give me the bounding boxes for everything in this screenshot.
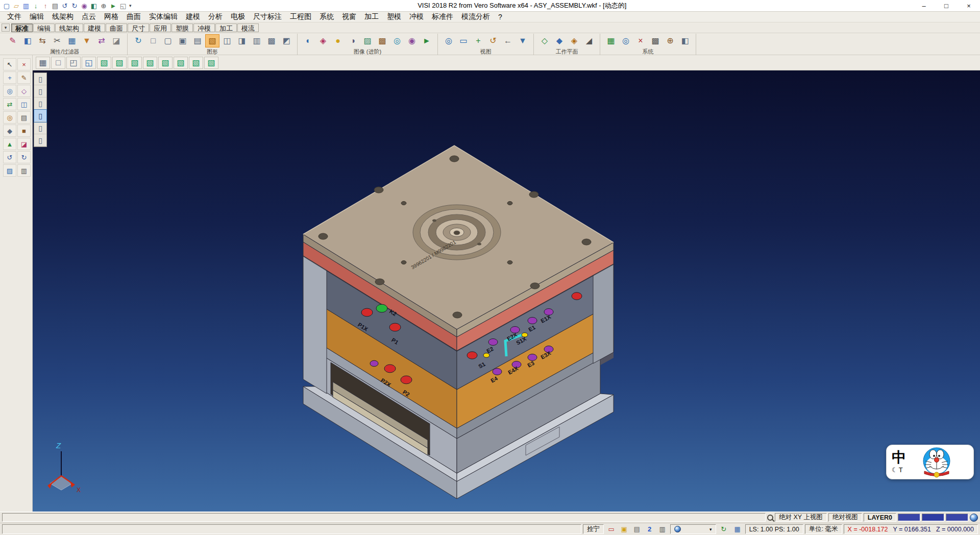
single-view-icon[interactable]: □ (51, 57, 65, 69)
globe-icon[interactable]: ◎ (619, 34, 633, 47)
section-view-icon[interactable]: ◨ (235, 34, 249, 47)
refresh-button[interactable]: ↻ (718, 524, 730, 534)
refresh-view-icon[interactable]: ↻ (131, 34, 145, 47)
edit-mode-icon[interactable]: 2 (644, 524, 656, 534)
bottom-view-icon[interactable]: ▧ (204, 57, 218, 69)
menu-item[interactable]: 标准件 (428, 12, 457, 22)
matrix-icon[interactable]: ▩ (648, 34, 663, 47)
guide-pillar-right[interactable] (593, 264, 614, 363)
pin-marker[interactable] (572, 293, 582, 300)
snap-toggle[interactable]: 拴宁 (583, 524, 604, 534)
offset-icon[interactable]: ◎ (3, 111, 16, 124)
menu-item[interactable]: 塑模 (383, 12, 405, 22)
previous-view-icon[interactable]: ← (501, 34, 515, 47)
named-views-icon[interactable]: ▼ (516, 34, 530, 47)
print-icon[interactable]: ▤ (51, 1, 60, 10)
menu-item[interactable]: 分析 (204, 12, 227, 22)
guide-pillar-left[interactable] (303, 256, 327, 394)
iso-view-icon[interactable]: ▧ (97, 57, 111, 69)
selection-mode-icon[interactable]: ▯ (34, 73, 46, 85)
advanced-render-icon[interactable]: ◐ (301, 34, 315, 47)
minimize-button[interactable]: – (913, 0, 935, 11)
scale-indicator[interactable]: LS: 1.00 PS: 1.00 (745, 524, 803, 534)
box-icon[interactable]: ■ (17, 125, 31, 137)
options-icon[interactable]: ⊕ (663, 34, 677, 47)
menu-item[interactable]: 文件 (3, 12, 26, 22)
zoom-all-icon[interactable]: ◎ (442, 34, 456, 47)
annotate-icon[interactable]: ◇ (17, 85, 31, 97)
workplane-entity-icon[interactable]: ◆ (552, 34, 567, 47)
measure-icon[interactable]: ◎ (3, 85, 16, 97)
cut-entities-icon[interactable]: ✂ (50, 34, 64, 47)
snapshot-icon[interactable]: ◉ (80, 1, 89, 10)
menu-item[interactable]: 编辑 (26, 12, 48, 22)
tab[interactable]: 曲面 (106, 23, 127, 32)
search-icon[interactable] (767, 515, 773, 521)
menu-item[interactable]: 模流分析 (457, 12, 494, 22)
tab[interactable]: 编辑 (33, 23, 55, 32)
menu-item[interactable]: 工程图 (286, 12, 315, 22)
pin-marker[interactable] (370, 360, 378, 367)
locating-ring[interactable] (413, 205, 501, 260)
combo-dropdown-icon[interactable]: ▾ (709, 527, 712, 532)
environment-icon[interactable]: ◎ (390, 34, 404, 47)
body-select-icon[interactable]: ▯ (34, 85, 46, 98)
color-swatch[interactable] (946, 514, 968, 521)
tab[interactable]: 加工 (215, 23, 237, 32)
notes-icon[interactable]: ▤ (17, 111, 31, 124)
background-icon[interactable]: ▨ (360, 34, 375, 47)
e4-pin-marker[interactable] (493, 369, 502, 375)
open-file-icon[interactable]: ▱ (12, 1, 21, 10)
tab[interactable]: 尺寸 (128, 23, 149, 32)
shaded-icon[interactable]: ▣ (176, 34, 190, 47)
right-view-icon[interactable]: ▧ (174, 57, 188, 69)
tab[interactable]: 建模 (84, 23, 105, 32)
menu-item[interactable]: 建模 (182, 12, 204, 22)
transparency-icon[interactable]: ◫ (220, 34, 234, 47)
lights-icon[interactable]: ● (331, 34, 345, 47)
palette-icon[interactable]: ◧ (89, 1, 99, 10)
workplane-reset-icon[interactable]: ◢ (582, 34, 596, 47)
image-export-icon[interactable]: ▣ (618, 524, 630, 534)
active-layer-indicator[interactable]: LAYER0 (864, 513, 896, 522)
menu-item[interactable]: ? (494, 12, 506, 21)
wireframe-icon[interactable]: □ (146, 34, 160, 47)
menu-item[interactable]: 实体编辑 (145, 12, 182, 22)
menu-item[interactable]: 网格 (100, 12, 122, 22)
back-view-icon[interactable]: ▧ (143, 57, 157, 69)
edit-icon[interactable]: ✎ (17, 71, 31, 84)
tab[interactable]: 冲模 (193, 23, 215, 32)
clear-filter-icon[interactable]: ◪ (109, 34, 124, 47)
menu-item[interactable]: 电极 (227, 12, 249, 22)
workplane-view-icon[interactable]: ◈ (567, 34, 581, 47)
pan-icon[interactable]: + (471, 34, 485, 47)
grid-toggle-button[interactable]: ▦ (731, 524, 744, 534)
zoom-box-icon[interactable]: ◰ (66, 57, 81, 69)
left-view-icon[interactable]: ▧ (158, 57, 173, 69)
import-icon[interactable]: ↓ (31, 1, 40, 10)
macro-icon[interactable]: ► (109, 1, 118, 10)
materials-icon[interactable]: ◈ (316, 34, 330, 47)
close-button[interactable]: × (958, 0, 980, 11)
grid-icon[interactable]: ▦ (604, 34, 618, 47)
export-icon[interactable]: ↑ (41, 1, 50, 10)
erase-icon[interactable]: ◪ (17, 138, 31, 150)
undo-step-icon[interactable]: ↺ (3, 151, 16, 163)
rotate-view-icon[interactable]: ↺ (486, 34, 500, 47)
menu-item[interactable]: 曲面 (122, 12, 145, 22)
undo-icon[interactable]: ↺ (60, 1, 69, 10)
layer-manager-icon[interactable]: ▦ (65, 34, 79, 47)
select-icon[interactable]: ↖ (3, 58, 16, 70)
dimetric-view-icon[interactable]: ▧ (112, 57, 127, 69)
maximize-button[interactable]: □ (935, 0, 958, 11)
units-indicator[interactable]: 单位: 毫米 (805, 524, 842, 534)
selection-filter-icon[interactable]: ▼ (80, 34, 94, 47)
delete-entity-icon[interactable]: × (17, 58, 31, 70)
tab[interactable]: 线架构 (55, 23, 83, 32)
redo-step-icon[interactable]: ↻ (17, 151, 31, 163)
menu-item[interactable]: 视窗 (338, 12, 360, 22)
save-icon[interactable]: ▥ (21, 1, 31, 10)
p2x-pin-marker[interactable] (384, 364, 396, 373)
p2-pin-marker[interactable] (401, 376, 412, 384)
tab-dropdown-icon[interactable]: ▾ (2, 23, 10, 32)
